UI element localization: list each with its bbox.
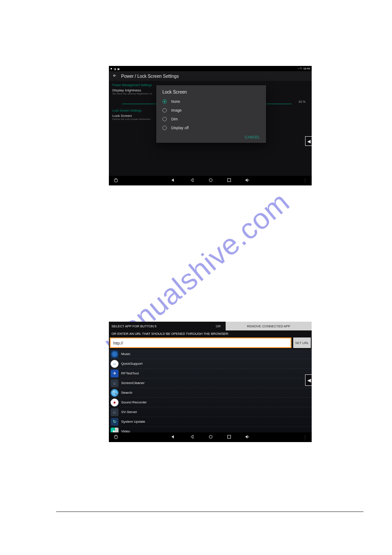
disk-icon: ▣ [117, 67, 120, 70]
app-label: Video [121, 429, 130, 432]
sound-recorder-icon: ● [111, 399, 119, 406]
vol-down-icon[interactable] [171, 433, 176, 441]
app-label: Sound Recorder [121, 400, 147, 404]
app-label: QuickSupport [121, 362, 142, 366]
app-label: Music [121, 352, 130, 356]
list-item[interactable]: 🔍 Search [109, 388, 312, 398]
search-icon: 🔍 [111, 389, 119, 397]
select-app-label: SELECT APP FOR BUTTON 5 [109, 324, 211, 328]
android-nav-bar: ⋮ [109, 432, 312, 442]
lock-screen-dialog: Lock Screen None Image Dim Display off C… [156, 85, 266, 143]
status-left-icons: ■ ◑ ▣ [111, 67, 120, 70]
status-right: ↔? 16:46 [298, 67, 310, 70]
url-input-wrap [110, 337, 291, 348]
url-row: SET URL [109, 337, 312, 349]
system-update-icon: ↻ [111, 418, 119, 426]
brightness-percent: 40 % [298, 100, 306, 103]
vol-up-icon[interactable] [245, 433, 250, 441]
radio-label: Dim [171, 117, 178, 121]
settings-content: Power Management Settings Display bright… [109, 81, 312, 176]
list-item[interactable]: ● Sound Recorder [109, 398, 312, 407]
power-icon[interactable] [113, 177, 119, 185]
android-status-bar: ■ ◑ ▣ ↔? 16:46 [109, 66, 312, 71]
side-drawer-tab[interactable]: ◀ [305, 136, 312, 146]
list-item[interactable]: ⌂ ScreenCleaner [109, 378, 312, 388]
rftool-icon: ✈ [111, 370, 119, 377]
selector-header-row: SELECT APP FOR BUTTON 5 OR REMOVE CONNEC… [109, 322, 312, 330]
dialog-title: Lock Screen [156, 85, 266, 97]
radio-option-none[interactable]: None [156, 97, 266, 106]
svg-rect-3 [228, 179, 231, 182]
side-drawer-tab[interactable]: ◀ [305, 374, 312, 386]
list-item[interactable]: ↔ QuickSupport [109, 359, 312, 369]
screenshot-app-selector: SELECT APP FOR BUTTON 5 OR REMOVE CONNEC… [109, 322, 312, 442]
toolbar-title: Power / Lock Screen Settings [121, 74, 179, 79]
clock-text: 16:46 [303, 67, 310, 70]
radio-label: None [171, 99, 180, 104]
radio-icon [162, 108, 167, 112]
video-icon: ▶ [111, 428, 119, 433]
nav-recent-icon[interactable] [227, 433, 232, 441]
set-url-button[interactable]: SET URL [293, 337, 311, 348]
radio-icon [162, 126, 167, 130]
svg-point-2 [209, 179, 212, 182]
radio-label: Display off [171, 126, 189, 130]
nav-home-icon[interactable] [208, 433, 213, 441]
nav-more-icon[interactable]: ⋮ [303, 180, 307, 181]
list-item[interactable]: Music [109, 349, 312, 359]
svserver-icon: ⌂ [111, 408, 119, 416]
nav-recent-icon[interactable] [227, 177, 232, 185]
enter-url-label: OR ENTER AN URL THAT SHOULD BE OPENED TH… [109, 330, 312, 337]
list-item[interactable]: ✈ RFTestTool [109, 369, 312, 378]
eye-icon: ◑ [114, 67, 116, 70]
nav-back-icon[interactable] [190, 177, 195, 185]
vol-up-icon[interactable] [245, 177, 250, 185]
app-label: ScreenCleaner [121, 381, 144, 385]
list-item[interactable]: ▶ Video [109, 427, 312, 432]
radio-option-image[interactable]: Image [156, 106, 266, 115]
remove-connected-app-button[interactable]: REMOVE CONNECTED APP [226, 322, 312, 330]
app-label: SV-Server [121, 410, 137, 414]
page-footer-rule [56, 511, 363, 512]
radio-option-dim[interactable]: Dim [156, 115, 266, 123]
app-label: RFTestTool [121, 371, 139, 375]
radio-icon [162, 99, 167, 104]
or-label: OR [211, 324, 226, 328]
list-item[interactable]: ↻ System Update [109, 417, 312, 427]
radio-icon [162, 117, 167, 121]
radio-option-displayoff[interactable]: Display off [156, 123, 266, 132]
teamviewer-icon: ↔ [111, 360, 119, 368]
app-list[interactable]: Music ↔ QuickSupport ✈ RFTestTool ⌂ Scre… [109, 349, 312, 432]
url-input[interactable] [111, 339, 291, 347]
nav-more-icon[interactable]: ⋮ [303, 436, 307, 438]
cancel-button[interactable]: CANCEL [156, 132, 266, 143]
svg-rect-7 [228, 435, 231, 439]
back-arrow-icon[interactable] [112, 73, 117, 79]
list-item[interactable]: ⌂ SV-Server [109, 407, 312, 417]
android-nav-bar: ⋮ [109, 176, 312, 185]
wifi-status-icon: ↔? [298, 67, 302, 70]
app-label: Search [121, 391, 132, 395]
music-icon [111, 350, 119, 358]
radio-label: Image [171, 108, 182, 112]
svg-point-6 [209, 435, 212, 439]
app-label: System Update [121, 420, 145, 424]
nav-home-icon[interactable] [208, 177, 213, 185]
power-icon[interactable] [113, 433, 119, 441]
vol-down-icon[interactable] [171, 177, 176, 185]
app-toolbar: Power / Lock Screen Settings [109, 71, 312, 81]
screencleaner-icon: ⌂ [111, 379, 119, 387]
screenshot-lock-screen-dialog: ■ ◑ ▣ ↔? 16:46 Power / Lock Screen Setti… [109, 66, 312, 185]
nav-back-icon[interactable] [190, 433, 195, 441]
square-icon: ■ [111, 67, 112, 70]
